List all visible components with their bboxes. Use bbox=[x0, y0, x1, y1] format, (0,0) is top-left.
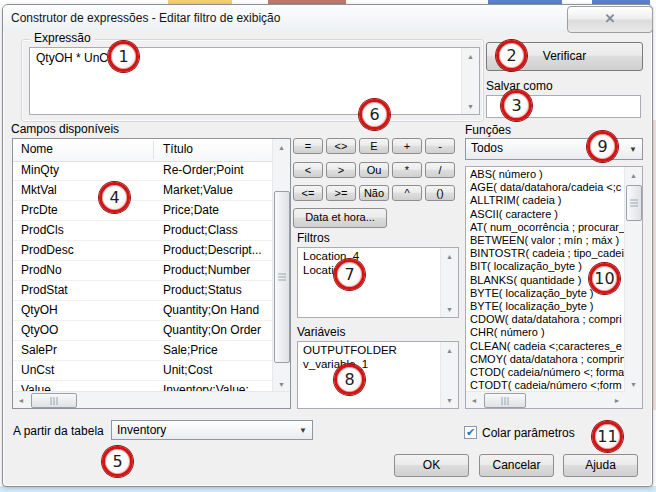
variables-list: OUTPUTFOLDERv_variable_1 ▲ ▼ bbox=[297, 341, 459, 409]
operator-button-+[interactable]: + bbox=[392, 138, 422, 154]
filter-item[interactable]: Location_4 bbox=[298, 249, 441, 263]
cell-nome: QtyOO bbox=[21, 321, 58, 340]
column-header-nome[interactable]: Nome bbox=[21, 142, 53, 156]
screen: Construtor de expressões - Editar filtro… bbox=[0, 0, 656, 492]
scroll-down-icon[interactable]: ▼ bbox=[625, 376, 642, 392]
functions-horizontal-scrollbar[interactable]: ◄ ► bbox=[466, 391, 625, 408]
cell-titulo: Product;Status bbox=[163, 281, 242, 300]
table-row[interactable]: QtyOHQuantity;On Hand bbox=[13, 301, 273, 321]
scroll-left-icon[interactable]: ◄ bbox=[13, 392, 29, 408]
operator-button-<>[interactable]: <> bbox=[326, 138, 356, 154]
fields-table: Nome Título MinQtyRe-Order;PointMktValMa… bbox=[12, 138, 291, 409]
scroll-down-icon[interactable]: ▼ bbox=[273, 376, 290, 392]
function-item[interactable]: BINTOSTR( cadeia ; tipo_cadeia bbox=[466, 247, 625, 260]
selected-category: Todos bbox=[471, 141, 503, 155]
operator-button-^[interactable]: ^ bbox=[392, 185, 422, 201]
expression-input[interactable]: QtyOH * UnCst ▲ ▼ bbox=[29, 47, 480, 115]
operator-button->=[interactable]: >= bbox=[326, 185, 356, 201]
operator-button-Ou[interactable]: Ou bbox=[359, 162, 389, 178]
function-item[interactable]: CLEAN( cadeia <;caracteres_e bbox=[466, 340, 625, 353]
functions-label: Funções bbox=[465, 123, 511, 137]
operator-button-=[interactable]: = bbox=[293, 138, 323, 154]
close-button[interactable]: ✕ bbox=[567, 6, 653, 33]
operator-button-()[interactable]: () bbox=[425, 185, 455, 201]
fields-label: Campos disponíveis bbox=[11, 122, 119, 136]
scroll-up-icon[interactable]: ▲ bbox=[273, 139, 290, 155]
table-row[interactable]: UnCstUnit;Cost bbox=[13, 361, 273, 381]
scroll-down-icon[interactable]: ▼ bbox=[441, 301, 458, 317]
column-header-titulo[interactable]: Título bbox=[163, 142, 193, 156]
help-button[interactable]: Ajuda bbox=[563, 454, 638, 477]
operator-button-<[interactable]: < bbox=[293, 162, 323, 178]
table-row[interactable]: SalePrSale;Price bbox=[13, 341, 273, 361]
callout-8: 8 bbox=[334, 364, 365, 395]
operator-button-Não[interactable]: Não bbox=[359, 185, 389, 201]
expression-scrollbar[interactable]: ▲ ▼ bbox=[461, 48, 479, 114]
scrollbar-thumb[interactable] bbox=[31, 393, 77, 408]
operator-button-E[interactable]: E bbox=[359, 138, 389, 154]
scroll-up-icon[interactable]: ▲ bbox=[462, 48, 479, 64]
function-item[interactable]: ABS( número ) bbox=[466, 168, 625, 181]
cell-titulo: Market;Value bbox=[163, 181, 233, 200]
function-item[interactable]: CDOW( data/datahora ; compri bbox=[466, 313, 625, 326]
from-table-dropdown[interactable]: Inventory ▼ bbox=[111, 420, 313, 440]
scroll-down-icon[interactable]: ▼ bbox=[441, 392, 458, 408]
filters-scrollbar[interactable]: ▲ ▼ bbox=[440, 248, 458, 317]
operator-button--[interactable]: - bbox=[425, 138, 455, 154]
filters-label: Filtros bbox=[297, 231, 330, 245]
function-item[interactable]: CTOD( cadeia/número <; forma bbox=[466, 366, 625, 379]
scrollbar-thumb[interactable] bbox=[626, 185, 642, 221]
scroll-up-icon[interactable]: ▲ bbox=[441, 248, 458, 264]
callout-6: 6 bbox=[359, 99, 390, 130]
table-row[interactable]: MktValMarket;Value bbox=[13, 181, 273, 201]
table-row[interactable]: ProdClsProduct;Class bbox=[13, 221, 273, 241]
function-item[interactable]: CHR( número ) bbox=[466, 326, 625, 339]
cancel-button[interactable]: Cancelar bbox=[479, 454, 554, 477]
scrollbar-thumb[interactable] bbox=[484, 393, 526, 408]
callout-7: 7 bbox=[334, 259, 365, 290]
expression-builder-dialog: Construtor de expressões - Editar filtro… bbox=[2, 4, 653, 487]
scroll-right-icon[interactable]: ► bbox=[609, 392, 625, 408]
function-item[interactable]: BETWEEN( valor ; mín ; máx ) bbox=[466, 234, 625, 247]
fields-vertical-scrollbar[interactable]: ▲ ▼ bbox=[272, 139, 290, 392]
function-item[interactable]: BYTE( localização_byte ) bbox=[466, 300, 625, 313]
scrollbar-thumb[interactable] bbox=[274, 191, 290, 363]
callout-2: 2 bbox=[496, 40, 527, 71]
cell-nome: ProdDesc bbox=[21, 241, 74, 260]
cell-titulo: Quantity;On Order bbox=[163, 321, 261, 340]
table-row[interactable]: ProdDescProduct;Descript... bbox=[13, 241, 273, 261]
variable-item[interactable]: OUTPUTFOLDER bbox=[298, 343, 441, 357]
close-icon: ✕ bbox=[605, 11, 616, 26]
scrollbar-corner bbox=[625, 392, 642, 408]
function-item[interactable]: AGE( data/datahora/cadeia <;c bbox=[466, 181, 625, 194]
variable-item[interactable]: v_variable_1 bbox=[298, 357, 441, 371]
cell-nome: MktVal bbox=[21, 181, 57, 200]
ok-button[interactable]: OK bbox=[394, 454, 469, 477]
table-row[interactable]: PrcDtePrice;Date bbox=[13, 201, 273, 221]
operator-button-/[interactable]: / bbox=[425, 162, 455, 178]
table-row[interactable]: MinQtyRe-Order;Point bbox=[13, 161, 273, 181]
function-item[interactable]: AT( num_ocorrência ; procurar_ bbox=[466, 221, 625, 234]
fields-table-header[interactable]: Nome Título bbox=[13, 139, 273, 162]
scroll-down-icon[interactable]: ▼ bbox=[462, 98, 479, 114]
from-table-label: A partir da tabela bbox=[13, 424, 104, 438]
operator-button-<=[interactable]: <= bbox=[293, 185, 323, 201]
variables-scrollbar[interactable]: ▲ ▼ bbox=[440, 342, 458, 408]
functions-vertical-scrollbar[interactable]: ▲ ▼ bbox=[624, 167, 642, 392]
operator-button->[interactable]: > bbox=[326, 162, 356, 178]
function-item[interactable]: CMOY( data/datahora ; comprin bbox=[466, 353, 625, 366]
function-item[interactable]: ASCII( caractere ) bbox=[466, 208, 625, 221]
operator-button-*[interactable]: * bbox=[392, 162, 422, 178]
paste-params-checkbox[interactable]: ✔ bbox=[464, 426, 477, 439]
table-row[interactable]: QtyOOQuantity;On Order bbox=[13, 321, 273, 341]
datetime-button[interactable]: Data et hora... bbox=[293, 208, 387, 228]
filter-item[interactable]: Location_6 bbox=[298, 263, 441, 277]
fields-horizontal-scrollbar[interactable]: ◄ ► bbox=[13, 391, 290, 408]
scroll-up-icon[interactable]: ▲ bbox=[441, 342, 458, 358]
cell-titulo: Product;Number bbox=[163, 261, 250, 280]
table-row[interactable]: ProdNoProduct;Number bbox=[13, 261, 273, 281]
scroll-left-icon[interactable]: ◄ bbox=[466, 392, 482, 408]
scroll-up-icon[interactable]: ▲ bbox=[625, 167, 642, 183]
table-row[interactable]: ProdStatProduct;Status bbox=[13, 281, 273, 301]
function-item[interactable]: ALLTRIM( cadeia ) bbox=[466, 194, 625, 207]
